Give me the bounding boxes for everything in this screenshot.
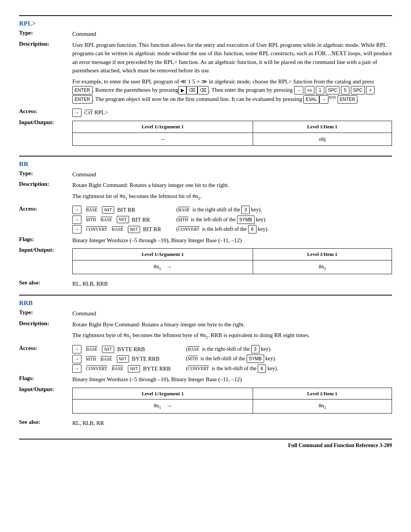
rr-desc-row: Description: Rotate Right Command: Rotat… xyxy=(19,181,392,203)
rr-see-label: See also: xyxy=(19,280,72,286)
rr-title: RR xyxy=(19,160,392,168)
rpl-io-value: Level 1/Argument 1 Level 1/Item 1 → obj xyxy=(72,119,392,149)
rr-see-value: RL, RLB, RRB xyxy=(72,280,392,288)
rpl-desc-p2: For example, to enter the user RPL progr… xyxy=(72,77,392,104)
rrb-col1-header: Level 1/Argument 1 xyxy=(73,388,253,399)
rrb-desc-label: Description: xyxy=(19,320,72,327)
rr-note3: (CONVERT is the left-shift of the 6 key)… xyxy=(176,225,392,234)
rr-nxt2: NXT xyxy=(117,216,129,223)
rrb-see-label: See also: xyxy=(19,419,72,425)
rr-key3: → xyxy=(72,225,81,233)
rr-access-value: → BASE NXT BIT RR (BASE is the right-shi… xyxy=(72,206,392,234)
rrb-base-note1: BASE xyxy=(188,347,199,352)
rpl-cat-label: CAT xyxy=(84,110,93,115)
rr-key1: → xyxy=(72,206,81,214)
rrb-convert: CONVERT xyxy=(86,365,107,372)
rr-desc-label: Description: xyxy=(19,181,72,187)
rrb-desc-p1: Rotate Right Byte Command: Rotates a bin… xyxy=(72,320,392,329)
rrb-3key: 3 xyxy=(251,345,260,353)
rrb-access-row3: → CONVERT BASE NXT BYTE RRB xyxy=(72,364,171,373)
rr-nxt3: NXT xyxy=(128,226,140,233)
rrb-row1-arg: #n1 → xyxy=(73,399,253,413)
rr-access-grid: → BASE NXT BIT RR (BASE is the right-shi… xyxy=(72,206,392,234)
rrb-see-row: See also: RL, RLB, RR xyxy=(19,419,392,428)
rrb-base3: BASE xyxy=(112,365,123,372)
rr-col2-header: Level 1/Item 1 xyxy=(253,249,392,260)
five-key: 5 xyxy=(341,86,349,94)
rrb-mth: MTH xyxy=(86,356,96,363)
table-row: #n1 → #n2 xyxy=(73,399,392,413)
rpl-type-value: Command xyxy=(72,30,392,38)
rpl-io-label: Input/Output: xyxy=(19,119,72,126)
rpl-desc-row: Description: User RPL program function. … xyxy=(19,41,392,106)
rr-access-row: Access: → BASE NXT BIT RR (BASE is the r… xyxy=(19,206,392,234)
rrb-access-row2: → MTH BASE NXT BYTE RRB xyxy=(72,355,171,363)
rrb-row1-item: #n2 xyxy=(253,399,392,413)
rr-io-row: Input/Output: Level 1/Argument 1 Level 1… xyxy=(19,247,392,277)
rr-access-label: Access: xyxy=(19,206,72,212)
enter-key: ENTER xyxy=(72,86,92,94)
rrb-mth-note: MTH xyxy=(188,356,198,361)
rrb-desc-p2: The rightmost byte of #n1 becomes the le… xyxy=(72,331,392,340)
rr-section: RR Type: Command Description: Rotate Rig… xyxy=(19,156,392,288)
rrb-key1: → xyxy=(72,345,81,353)
rrb-access-value: → BASE NXT BYTE RRB (BASE is the right-s… xyxy=(72,345,392,373)
rrb-nxt1: NXT xyxy=(102,346,114,353)
rpl-access-label: Access: xyxy=(19,108,72,115)
rrb-desc-value: Rotate Right Byte Command: Rotates a bin… xyxy=(72,320,392,343)
enter-key2: ENTER xyxy=(72,95,92,104)
rpl-desc-p1: User RPL program function. This function… xyxy=(72,41,392,75)
enter-key3: ENTER xyxy=(338,95,358,104)
rrb-section: RRB Type: Command Description: Rotate Ri… xyxy=(19,295,392,427)
arrow-key: → xyxy=(319,95,328,104)
rrb-flags-label: Flags: xyxy=(19,375,72,382)
rpl-io-table: Level 1/Argument 1 Level 1/Item 1 → obj xyxy=(72,121,392,146)
rrb-desc-row: Description: Rotate Right Byte Command: … xyxy=(19,320,392,343)
rrb-base1: BASE xyxy=(86,346,98,353)
rpl-access-value: → CAT RPL> xyxy=(72,108,392,117)
rr-access-row2: → MTH BASE NXT BIT RR xyxy=(72,216,161,224)
rr-access-row3: → CONVERT BASE NXT BIT RR xyxy=(72,225,161,234)
rr-desc-p2: The rightmost bit of #n1 becomes the lef… xyxy=(72,192,392,201)
rr-desc-p1: Rotate Right Command: Rotates a binary i… xyxy=(72,181,392,190)
rrb-type-label: Type: xyxy=(19,309,72,316)
rpl-row1-arg: → xyxy=(73,133,253,145)
rr-mth-note: MTH xyxy=(178,217,188,222)
rr-access-row1: → BASE NXT BIT RR xyxy=(72,206,161,214)
rr-convert-note: CONVERT xyxy=(178,227,199,232)
rrb-flags-row: Flags: Binary Integer Wordsize (–5 throu… xyxy=(19,375,392,384)
back-key1: ⌫ xyxy=(186,86,198,94)
rrb-type-value: Command xyxy=(72,309,392,318)
rrb-col2-header: Level 1/Item 1 xyxy=(253,388,392,399)
eval-key: EVAL xyxy=(303,95,319,104)
rr-type-label: Type: xyxy=(19,170,72,177)
rpl-access-row: Access: → CAT RPL> xyxy=(19,108,392,117)
table-row: → obj xyxy=(73,133,392,145)
rpl-section: RPL> Type: Command Description: User RPL… xyxy=(19,15,392,149)
rrb-note1: (BASE is the right-shift of the 3 key). xyxy=(186,345,392,354)
right-key: ▶ xyxy=(178,86,186,94)
rpl-type-label: Type: xyxy=(19,30,72,36)
back-key2: ⌫ xyxy=(198,86,209,94)
rr-base2: BASE xyxy=(100,216,112,223)
rpl-row1-item: obj xyxy=(253,133,392,145)
rrb-convert-note: CONVERT xyxy=(188,366,209,371)
rpl-col2-header: Level 1/Item 1 xyxy=(253,121,392,133)
rpl-desc-value: User RPL program function. This function… xyxy=(72,41,392,106)
rrb-type-row: Type: Command xyxy=(19,309,392,318)
rrb-access-label: Access: xyxy=(19,345,72,351)
rrb-access-grid: → BASE NXT BYTE RRB (BASE is the right-s… xyxy=(72,345,392,373)
rrb-access-row: Access: → BASE NXT BYTE RRB (BASE is the… xyxy=(19,345,392,373)
rrb-title: RRB xyxy=(19,299,392,307)
rr-row1-item: #n2 xyxy=(253,260,392,274)
rr-3key: 3 xyxy=(241,206,250,214)
shift-key: → xyxy=(294,86,303,94)
rrb-note3: (CONVERT is the left-shift of the 6 key)… xyxy=(186,364,392,373)
rr-base1: BASE xyxy=(86,206,98,213)
rr-io-value: Level 1/Argument 1 Level 1/Item 1 #n1 → … xyxy=(72,247,392,277)
rr-desc-value: Rotate Right Command: Rotates a binary i… xyxy=(72,181,392,203)
rpl-io-row: Input/Output: Level 1/Argument 1 Level 1… xyxy=(19,119,392,149)
rpl-type-row: Type: Command xyxy=(19,30,392,38)
rpl-desc-label: Description: xyxy=(19,41,72,47)
rr-base-note1: BASE xyxy=(178,207,190,212)
